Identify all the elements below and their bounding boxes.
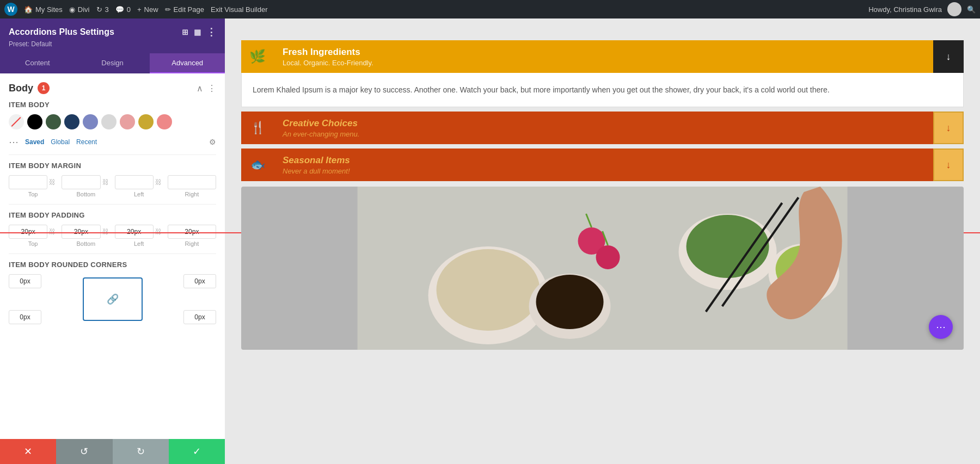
updates-menu[interactable]: ↻ 3 xyxy=(96,5,109,14)
margin-right-pair: Right xyxy=(168,175,216,197)
margin-bottom-input[interactable] xyxy=(62,175,100,189)
padding-bottom-label: Bottom xyxy=(76,240,95,247)
accordion-header-3[interactable]: 🐟 Seasonal Items Never a dull moment! ↓ xyxy=(241,149,964,181)
margin-left-input[interactable] xyxy=(115,175,154,189)
panel-title-icons: ⊞ ▦ ⋮ xyxy=(182,26,216,38)
accordion-toggle-1[interactable]: ↓ xyxy=(933,40,964,73)
redo-button[interactable]: ↻ xyxy=(113,439,169,464)
comments-count: 0 xyxy=(127,5,131,14)
more-options-icon[interactable]: ⋮ xyxy=(206,26,216,38)
svg-point-10 xyxy=(596,245,620,269)
section-actions: ∧ ⋮ xyxy=(197,83,216,94)
padding-top-label: Top xyxy=(28,240,38,247)
color-swatch-darkgreen[interactable] xyxy=(46,114,61,129)
preset-label[interactable]: Preset: Default xyxy=(9,40,216,48)
color-swatch-pink[interactable] xyxy=(120,114,135,129)
wordpress-icon[interactable]: W xyxy=(4,3,17,16)
exit-visual-builder-button[interactable]: Exit Visual Builder xyxy=(211,5,268,14)
panel-title-row: Accordions Plus Settings ⊞ ▦ ⋮ xyxy=(9,26,216,38)
divi-menu[interactable]: ◉ Divi xyxy=(69,5,90,14)
panel-header: Accordions Plus Settings ⊞ ▦ ⋮ Preset: D… xyxy=(0,18,225,53)
new-menu[interactable]: + New xyxy=(137,5,158,14)
search-icon[interactable]: 🔍 xyxy=(967,5,976,14)
new-label: New xyxy=(144,5,158,14)
accordion-title-2: Creative Choices xyxy=(283,118,924,129)
accordion-toggle-2[interactable]: ↓ xyxy=(933,112,964,144)
tab-design[interactable]: Design xyxy=(75,53,150,73)
section-title: Body 1 xyxy=(9,82,50,94)
grid-icon[interactable]: ▦ xyxy=(194,28,201,36)
dots-icon[interactable]: ⋯ xyxy=(9,136,19,148)
pencil-icon: ✏ xyxy=(165,5,171,14)
color-swatch-gold[interactable] xyxy=(138,114,154,129)
color-settings-icon[interactable]: ⚙ xyxy=(209,138,216,146)
color-swatch-none[interactable] xyxy=(9,114,24,129)
margin-link-icon-3[interactable]: ⛓ xyxy=(154,178,163,186)
exit-label: Exit Visual Builder xyxy=(211,5,268,14)
section-more-icon[interactable]: ⋮ xyxy=(207,83,216,94)
collapse-icon[interactable]: ∧ xyxy=(197,83,203,94)
food-image-svg xyxy=(241,187,964,350)
saved-label[interactable]: Saved xyxy=(25,138,44,146)
left-panel: Accordions Plus Settings ⊞ ▦ ⋮ Preset: D… xyxy=(0,18,225,464)
accordion-icon-box-2: 🍴 xyxy=(241,112,274,144)
food-image-container: ⋯ xyxy=(241,187,964,350)
color-swatch-lightgray[interactable] xyxy=(101,114,117,129)
comment-icon: 💬 xyxy=(115,5,124,14)
item-body-margin-label: Item Body Margin xyxy=(9,162,216,170)
top-bar: W 🏠 My Sites ◉ Divi ↻ 3 💬 0 + New ✏ Edit… xyxy=(0,0,980,18)
item-body-rounded-label: Item Body Rounded Corners xyxy=(9,261,216,269)
save-button[interactable]: ✓ xyxy=(169,439,225,464)
undo-button[interactable]: ↺ xyxy=(56,439,112,464)
user-greeting: Howdy, Christina Gwira xyxy=(868,5,942,14)
color-swatch-black[interactable] xyxy=(27,114,42,129)
accordion-item-1: 🌿 Fresh Ingredients Local. Organic. Eco-… xyxy=(241,40,964,107)
margin-top-input[interactable] xyxy=(9,175,47,189)
tab-content[interactable]: Content xyxy=(0,53,75,73)
edit-page-button[interactable]: ✏ Edit Page xyxy=(165,5,204,14)
accordion-body-1: Lorem Khaled Ipsum is a major key to suc… xyxy=(241,73,964,107)
body-section-header: Body 1 ∧ ⋮ xyxy=(9,82,216,94)
corners-right-side xyxy=(183,274,216,324)
accordion-title-1: Fresh Ingredients xyxy=(283,47,924,58)
padding-left-label: Left xyxy=(134,240,144,247)
item-body-label: Item Body xyxy=(9,101,216,109)
tab-advanced[interactable]: Advanced xyxy=(150,53,225,73)
updates-count: 3 xyxy=(105,5,109,14)
margin-link-icon-2[interactable]: ⛓ xyxy=(101,178,111,186)
corners-link-box[interactable]: 🔗 xyxy=(83,277,143,321)
margin-left-label: Left xyxy=(134,191,144,197)
margin-link-icon-1[interactable]: ⛓ xyxy=(47,178,57,186)
corner-bottom-left-input[interactable] xyxy=(9,310,41,324)
corners-center: 🔗 xyxy=(46,277,179,321)
margin-right-input[interactable] xyxy=(168,175,216,189)
color-swatch-medblue[interactable] xyxy=(83,114,98,129)
corner-top-left-input[interactable] xyxy=(9,274,41,288)
tabs: Content Design Advanced xyxy=(0,53,225,73)
corner-bottom-right-input[interactable] xyxy=(183,310,216,324)
my-sites-menu[interactable]: 🏠 My Sites xyxy=(24,5,63,14)
padding-bottom-pair: ⛓ Bottom xyxy=(62,225,110,247)
divi-label: Divi xyxy=(78,5,90,14)
section-title-text: Body xyxy=(9,83,33,94)
edit-page-label: Edit Page xyxy=(174,5,204,14)
margin-top-label: Top xyxy=(28,191,38,197)
color-swatch-strikethrough2[interactable] xyxy=(157,114,172,129)
fish-icon: 🐟 xyxy=(250,158,265,172)
recent-label[interactable]: Recent xyxy=(76,138,97,146)
accordion-header-1[interactable]: 🌿 Fresh Ingredients Local. Organic. Eco-… xyxy=(241,40,964,73)
divi-icon: ◉ xyxy=(69,5,75,14)
margin-left-pair: ⛓ Left xyxy=(115,175,163,197)
comments-menu[interactable]: 💬 0 xyxy=(115,5,131,14)
accordion-header-2[interactable]: 🍴 Creative Choices An ever-changing menu… xyxy=(241,112,964,144)
margin-bottom-pair: ⛓ Bottom xyxy=(62,175,110,197)
global-label[interactable]: Global xyxy=(51,138,70,146)
color-swatch-darkblue[interactable] xyxy=(64,114,79,129)
responsive-icon[interactable]: ⊞ xyxy=(182,28,188,36)
save-icon: ✓ xyxy=(193,446,201,457)
panel-body: Body 1 ∧ ⋮ Item Body xyxy=(0,73,225,439)
accordion-toggle-3[interactable]: ↓ xyxy=(933,149,964,181)
cancel-button[interactable]: ✕ xyxy=(0,439,56,464)
separator-1 xyxy=(9,154,216,155)
corner-top-right-input[interactable] xyxy=(183,274,216,288)
